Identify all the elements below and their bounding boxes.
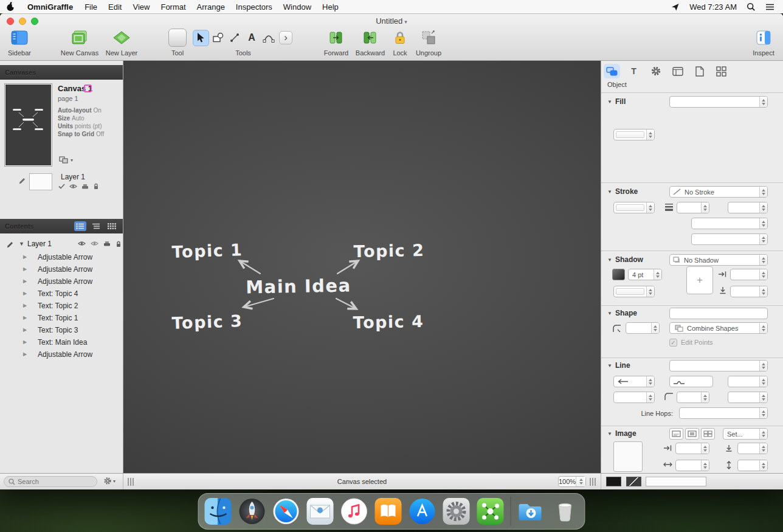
- stroke-cap-dropdown[interactable]: [691, 233, 768, 245]
- inspect-button[interactable]: Inspect: [749, 28, 778, 57]
- dock-books-icon[interactable]: [374, 497, 402, 525]
- stroke-swatch[interactable]: [626, 477, 641, 486]
- inspector-tab-properties[interactable]: [647, 64, 664, 78]
- disclosure-closed-icon[interactable]: ▶: [23, 254, 27, 260]
- view-outline-button[interactable]: [90, 221, 102, 231]
- shadow-section-header[interactable]: ▼Shadow: [607, 254, 643, 265]
- stepper-icon[interactable]: [759, 187, 767, 197]
- eye-icon[interactable]: [91, 241, 98, 246]
- stroke-width-field[interactable]: [677, 202, 709, 213]
- disclosure-closed-icon[interactable]: ▶: [23, 278, 27, 284]
- line-middle-dropdown[interactable]: [669, 376, 713, 387]
- sidebar-search-field[interactable]: [4, 476, 97, 487]
- zoom-control[interactable]: 100%: [558, 476, 586, 487]
- pen-tool-button[interactable]: [261, 30, 277, 46]
- disclosure-closed-icon[interactable]: ▶: [23, 315, 27, 320]
- location-arrow-icon[interactable]: [671, 2, 680, 12]
- stepper-icon[interactable]: [646, 130, 654, 140]
- stroke-pattern-dropdown[interactable]: [691, 218, 768, 229]
- shape-type-dropdown[interactable]: [669, 308, 768, 319]
- connector-arrow-topic1[interactable]: [240, 261, 260, 274]
- node-topic3[interactable]: Topic 3: [171, 311, 243, 333]
- dock-finder-icon[interactable]: [204, 497, 232, 525]
- menu-view[interactable]: View: [127, 2, 155, 12]
- padlock-icon[interactable]: [93, 183, 99, 190]
- stepper-icon[interactable]: [759, 218, 767, 229]
- dock-app-store-icon[interactable]: [409, 497, 436, 525]
- inspector-tab-object[interactable]: [604, 64, 620, 78]
- new-canvas-button[interactable]: New Canvas: [57, 28, 102, 57]
- forward-button[interactable]: Forward: [321, 28, 351, 57]
- connector-arrow-topic3[interactable]: [244, 299, 274, 307]
- inspector-tab-type[interactable]: T: [626, 64, 642, 78]
- node-topic4[interactable]: Topic 4: [353, 312, 424, 332]
- stroke-color-well[interactable]: [613, 202, 655, 213]
- eye-icon[interactable]: [78, 241, 86, 246]
- stepper-icon[interactable]: [701, 443, 709, 454]
- node-topic1[interactable]: Topic 1: [171, 240, 243, 261]
- contents-item[interactable]: ▶Text: Topic 2: [0, 300, 123, 312]
- stepper-icon[interactable]: [701, 392, 709, 402]
- apple-menu-icon[interactable]: [6, 2, 15, 12]
- canvas-thumbnail[interactable]: [5, 84, 52, 166]
- new-layer-button[interactable]: New Layer: [103, 28, 140, 57]
- image-set-dropdown[interactable]: Set...: [723, 428, 768, 440]
- notification-center-icon[interactable]: [765, 3, 774, 11]
- sidebar-toggle-button[interactable]: Sidebar: [5, 28, 34, 57]
- stepper-icon[interactable]: [701, 202, 709, 213]
- contents-item[interactable]: ▶Adjustable Arrow: [0, 348, 123, 361]
- eye-icon[interactable]: [69, 184, 77, 189]
- line-tool-button[interactable]: [227, 30, 243, 46]
- shadow-offset-y-field[interactable]: [730, 286, 768, 297]
- stepper-icon[interactable]: [759, 97, 767, 107]
- disclosure-open-icon[interactable]: ▼: [19, 241, 24, 247]
- stepper-icon[interactable]: [759, 376, 767, 387]
- backward-button[interactable]: Backward: [354, 28, 387, 57]
- spotlight-icon[interactable]: [747, 2, 756, 12]
- view-list-button[interactable]: [74, 221, 86, 231]
- dock-mail-icon[interactable]: [306, 497, 334, 525]
- stroke-type-dropdown[interactable]: No Stroke: [669, 186, 768, 198]
- inspector-tab-document[interactable]: [691, 64, 708, 78]
- shape-tool-button[interactable]: [210, 30, 226, 46]
- stepper-icon[interactable]: [646, 392, 654, 402]
- printer-icon[interactable]: [103, 241, 111, 247]
- stroke-section-header[interactable]: ▼Stroke: [607, 186, 638, 197]
- image-offset-y-field[interactable]: [737, 443, 768, 454]
- stepper-icon[interactable]: [701, 460, 709, 471]
- contents-item[interactable]: ▶Text: Main Idea: [0, 336, 123, 348]
- contents-item[interactable]: ▶Text: Topic 4: [0, 288, 123, 300]
- text-tool-button[interactable]: A: [244, 30, 260, 46]
- selection-tool-button[interactable]: [193, 30, 209, 46]
- shadow-position-control[interactable]: +: [686, 266, 713, 294]
- title-chevron-icon[interactable]: ▾: [404, 19, 407, 25]
- line-hops-dropdown[interactable]: [679, 407, 768, 419]
- combine-shapes-dropdown[interactable]: Combine Shapes: [669, 322, 768, 334]
- fill-type-dropdown[interactable]: [669, 96, 768, 108]
- shape-section-header[interactable]: ▼Shape: [607, 308, 637, 319]
- menu-edit[interactable]: Edit: [103, 2, 127, 12]
- image-fit-button[interactable]: [669, 428, 683, 440]
- stepper-icon[interactable]: [759, 323, 767, 333]
- stroke-corner-dropdown[interactable]: [728, 202, 768, 213]
- shadow-blur-field[interactable]: 4 pt: [628, 269, 662, 280]
- fill-color-well[interactable]: [613, 129, 655, 140]
- stepper-icon[interactable]: [576, 477, 585, 486]
- stepper-icon[interactable]: [646, 202, 654, 213]
- dock-launchpad-icon[interactable]: [238, 497, 266, 525]
- shadow-offset-x-field[interactable]: [730, 269, 768, 280]
- disclosure-closed-icon[interactable]: ▶: [23, 291, 27, 296]
- image-width-field[interactable]: [675, 460, 709, 471]
- corner-radius-field[interactable]: [626, 322, 660, 334]
- shadow-color-swatch[interactable]: [612, 269, 625, 280]
- stepper-icon[interactable]: [759, 286, 767, 297]
- stepper-icon[interactable]: [651, 323, 659, 333]
- dock-omnigraffle-icon[interactable]: [477, 497, 505, 525]
- stepper-icon[interactable]: [759, 234, 767, 244]
- ungroup-button[interactable]: Ungroup: [413, 28, 444, 57]
- stepper-icon[interactable]: [646, 376, 654, 387]
- line-start-dropdown[interactable]: [613, 376, 655, 387]
- contents-item[interactable]: ▶Adjustable Arrow: [0, 251, 123, 263]
- splitter-handle[interactable]: [590, 478, 596, 486]
- stepper-icon[interactable]: [759, 202, 767, 213]
